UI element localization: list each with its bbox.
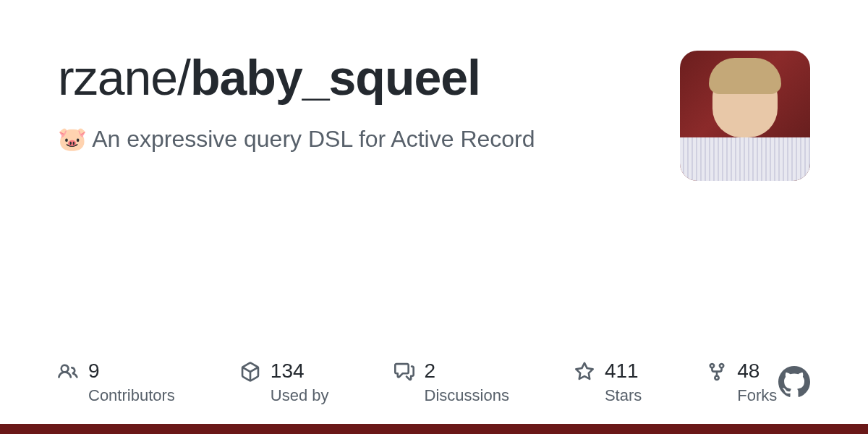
stat-used-by[interactable]: 134 Used by xyxy=(240,359,329,405)
stat-stars[interactable]: 411 Stars xyxy=(574,359,642,405)
contributors-label: Contributors xyxy=(88,386,175,405)
discussions-icon xyxy=(394,362,414,382)
stars-label: Stars xyxy=(605,386,642,405)
used-by-label: Used by xyxy=(271,386,329,405)
accent-bar xyxy=(0,424,868,434)
contributors-value: 9 xyxy=(88,359,175,383)
stats-row: 9 Contributors 134 Used by 2 Discussions xyxy=(58,359,810,405)
used-by-value: 134 xyxy=(271,359,329,383)
owner-avatar[interactable] xyxy=(680,51,810,181)
repo-name: baby_squeel xyxy=(190,50,480,105)
star-icon xyxy=(574,362,595,382)
stat-forks[interactable]: 48 Forks xyxy=(707,359,777,405)
repo-owner: rzane xyxy=(58,50,177,105)
fork-icon xyxy=(707,362,727,382)
repo-description: 🐷 An expressive query DSL for Active Rec… xyxy=(58,125,680,153)
github-logo-icon[interactable] xyxy=(778,366,810,398)
stat-discussions[interactable]: 2 Discussions xyxy=(394,359,509,405)
forks-value: 48 xyxy=(737,359,777,383)
title-block: rzane/baby_squeel 🐷 An expressive query … xyxy=(58,51,680,153)
header-row: rzane/baby_squeel 🐷 An expressive query … xyxy=(58,51,810,181)
discussions-value: 2 xyxy=(425,359,509,383)
discussions-label: Discussions xyxy=(425,386,509,405)
package-icon xyxy=(240,362,260,382)
repo-card: rzane/baby_squeel 🐷 An expressive query … xyxy=(0,0,868,434)
forks-label: Forks xyxy=(737,386,777,405)
repo-title[interactable]: rzane/baby_squeel xyxy=(58,51,680,105)
stars-value: 411 xyxy=(605,359,642,383)
people-icon xyxy=(58,362,78,382)
stat-contributors[interactable]: 9 Contributors xyxy=(58,359,175,405)
